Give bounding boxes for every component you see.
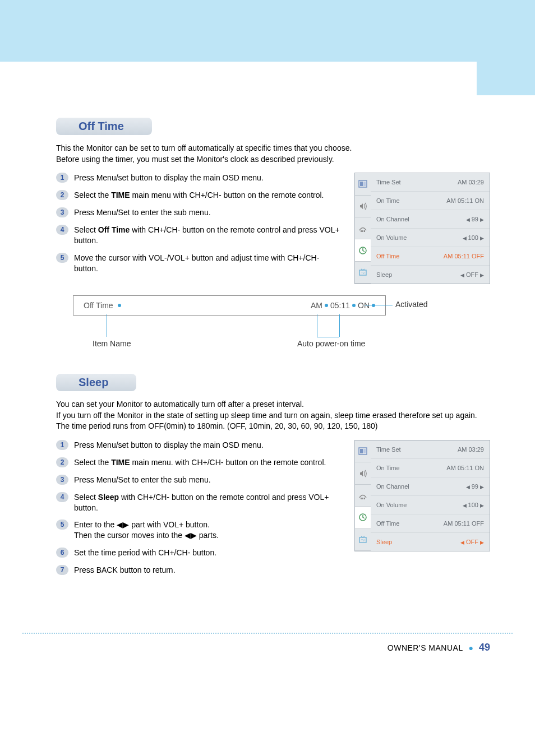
section-title-sleep: Sleep bbox=[56, 374, 136, 391]
step-text: Enter to the ◀▶ part with VOL+ button.Th… bbox=[74, 520, 219, 541]
sound-icon bbox=[355, 462, 371, 484]
osd-label: On Channel bbox=[376, 483, 409, 490]
step-number: 3 bbox=[56, 207, 68, 217]
section-title-off-time: Off Time bbox=[56, 118, 152, 135]
sound-icon bbox=[355, 196, 371, 217]
osd-label: On Channel bbox=[376, 216, 409, 222]
header-band bbox=[0, 0, 535, 95]
osd-row: Time SetAM 03:29 bbox=[371, 440, 490, 459]
steps-off-time: 1Press Menu/set button to display the ma… bbox=[56, 173, 341, 280]
osd-panel: TVTime SetAM 03:29On TimeAM 05:11 ONOn C… bbox=[354, 173, 490, 284]
osd-value: AM 03:29 bbox=[458, 446, 484, 453]
step-text: Select Sleep with CH+/CH- button on the … bbox=[74, 492, 341, 513]
osd-row: Sleep◀ OFF ▶ bbox=[371, 266, 490, 284]
osd-value: ◀ 99 ▶ bbox=[466, 483, 484, 490]
step: 2Select the TIME main menu. with CH+/CH-… bbox=[56, 457, 341, 468]
label-auto-power: Auto power-on time bbox=[297, 339, 365, 348]
svg-rect-2 bbox=[363, 182, 366, 186]
step-text: Press Menu/set button to display the mai… bbox=[74, 173, 264, 183]
osd-value: AM 05:11 OFF bbox=[444, 253, 484, 259]
step-text: Press Menu/Set to enter the sub menu. bbox=[74, 475, 211, 485]
step-text: Select the TIME main menu. with CH+/CH- … bbox=[74, 457, 326, 468]
osd-value: AM 05:11 ON bbox=[446, 197, 484, 204]
svg-rect-1 bbox=[360, 182, 363, 186]
osd-value: ◀ OFF ▶ bbox=[460, 539, 484, 545]
osd-value: AM 05:11 ON bbox=[446, 465, 484, 471]
bullet-icon: ● bbox=[465, 643, 477, 652]
step-number: 7 bbox=[56, 565, 68, 575]
step-number: 3 bbox=[56, 475, 68, 485]
osd-label: On Volume bbox=[376, 502, 407, 508]
osd-label: Sleep bbox=[376, 271, 392, 278]
dot-icon bbox=[118, 304, 121, 307]
svg-rect-3 bbox=[361, 230, 362, 232]
osd-label: Off Time bbox=[376, 520, 399, 527]
tv-icon: TV bbox=[355, 262, 371, 284]
svg-rect-10 bbox=[360, 449, 363, 453]
osd-panel: TVTime SetAM 03:29On TimeAM 05:11 ONOn C… bbox=[354, 440, 490, 551]
step-number: 1 bbox=[56, 440, 68, 450]
step-number: 2 bbox=[56, 190, 68, 200]
diagram-val-time: 05:11 bbox=[330, 301, 350, 310]
step-text: Move the cursor with VOL-/VOL+ button an… bbox=[74, 253, 341, 274]
step-text: Select the TIME main menu with CH+/CH- b… bbox=[74, 190, 324, 201]
step: 1Press Menu/set button to display the ma… bbox=[56, 440, 341, 451]
osd-label: On Time bbox=[376, 197, 400, 204]
step-text: Press BACK button to return. bbox=[74, 565, 176, 576]
step-number: 2 bbox=[56, 457, 68, 467]
osd-label: Time Set bbox=[376, 446, 401, 453]
osd-value: AM 03:29 bbox=[458, 179, 484, 185]
intro-sleep: You can set your Monitor to automaticall… bbox=[56, 399, 490, 432]
step: 7Press BACK button to return. bbox=[56, 565, 341, 576]
step-text: Press Menu/Set to enter the sub menu. bbox=[74, 207, 211, 218]
clock-icon bbox=[355, 507, 371, 528]
step-number: 1 bbox=[56, 173, 68, 183]
page-footer: OWNER'S MANUAL ● 49 bbox=[22, 633, 513, 665]
svg-rect-5 bbox=[364, 230, 365, 232]
osd-value: ◀ 100 ▶ bbox=[463, 502, 484, 508]
step-number: 5 bbox=[56, 520, 68, 530]
tv-icon: TV bbox=[355, 529, 371, 551]
osd-row: Off TimeAM 05:11 OFF bbox=[371, 247, 490, 266]
svg-rect-11 bbox=[363, 449, 366, 453]
page-number: 49 bbox=[479, 642, 490, 653]
osd-row: Off TimeAM 05:11 OFF bbox=[371, 514, 490, 533]
osd-label: On Volume bbox=[376, 234, 407, 241]
osd-value: AM 05:11 OFF bbox=[444, 520, 484, 527]
step-text: Set the time period with CH+/CH- button. bbox=[74, 548, 216, 558]
osd-row: Time SetAM 03:29 bbox=[371, 173, 490, 192]
osd-row: On Channel◀ 99 ▶ bbox=[371, 477, 490, 496]
step: 2Select the TIME main menu with CH+/CH- … bbox=[56, 190, 341, 201]
step: 1Press Menu/set button to display the ma… bbox=[56, 173, 341, 183]
step: 6Set the time period with CH+/CH- button… bbox=[56, 548, 341, 558]
label-item-name: Item Name bbox=[93, 339, 131, 348]
osd-row: Sleep◀ OFF ▶ bbox=[371, 533, 490, 551]
diagram-item-label: Off Time bbox=[84, 301, 113, 310]
picture-icon bbox=[355, 440, 371, 462]
step-number: 4 bbox=[56, 225, 68, 235]
step: 5Enter to the ◀▶ part with VOL+ button.T… bbox=[56, 520, 341, 541]
off-time-diagram: Off Time AM 05:11 ON Item Name Auto powe… bbox=[73, 295, 432, 351]
osd-value: ◀ 99 ▶ bbox=[466, 216, 484, 222]
picture-icon bbox=[355, 173, 371, 195]
diagram-val-on: ON bbox=[358, 301, 370, 310]
step-number: 5 bbox=[56, 253, 68, 263]
steps-sleep: 1Press Menu/set button to display the ma… bbox=[56, 440, 341, 582]
clock-icon bbox=[355, 239, 371, 261]
signal-icon bbox=[355, 217, 371, 239]
osd-label: On Time bbox=[376, 465, 400, 471]
dot-icon bbox=[325, 304, 328, 307]
osd-row: On Volume◀ 100 ▶ bbox=[371, 496, 490, 514]
step: 5Move the cursor with VOL-/VOL+ button a… bbox=[56, 253, 341, 274]
osd-row: On Channel◀ 99 ▶ bbox=[371, 210, 490, 229]
step-number: 4 bbox=[56, 492, 68, 502]
svg-text:TV: TV bbox=[361, 271, 365, 275]
osd-label: Sleep bbox=[376, 539, 392, 545]
dot-icon bbox=[372, 304, 375, 307]
svg-rect-4 bbox=[362, 230, 363, 232]
svg-rect-12 bbox=[361, 498, 362, 499]
diagram-val-am: AM bbox=[311, 301, 322, 310]
svg-rect-14 bbox=[364, 498, 365, 499]
label-activated: Activated bbox=[395, 300, 428, 309]
step-number: 6 bbox=[56, 548, 68, 558]
